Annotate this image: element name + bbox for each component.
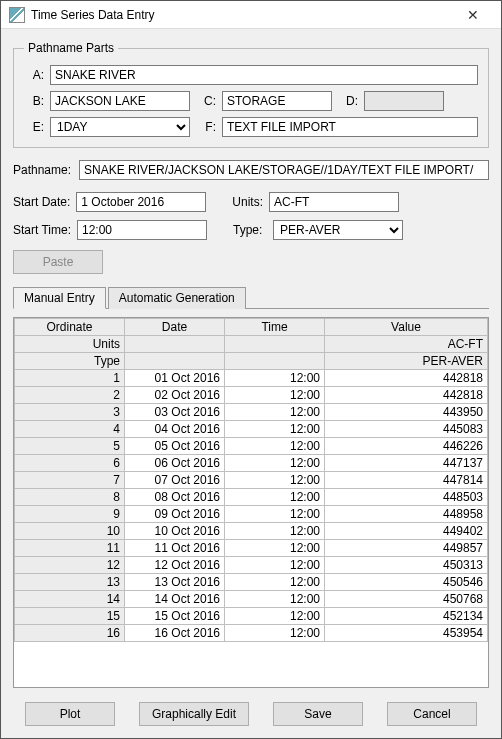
table-row[interactable]: 404 Oct 201612:00445083 bbox=[15, 421, 488, 438]
cell-time[interactable]: 12:00 bbox=[225, 404, 325, 421]
cell-ordinate: 6 bbox=[15, 455, 125, 472]
cell-value[interactable]: 442818 bbox=[325, 387, 488, 404]
cell-value[interactable]: 446226 bbox=[325, 438, 488, 455]
close-icon[interactable]: ✕ bbox=[453, 1, 493, 28]
label-e: E: bbox=[24, 120, 44, 134]
cell-date[interactable]: 13 Oct 2016 bbox=[125, 574, 225, 591]
graphically-edit-button[interactable]: Graphically Edit bbox=[139, 702, 249, 726]
type-select[interactable]: PER-AVER bbox=[273, 220, 403, 240]
cancel-button[interactable]: Cancel bbox=[387, 702, 477, 726]
cell-date[interactable]: 04 Oct 2016 bbox=[125, 421, 225, 438]
cell-date[interactable]: 11 Oct 2016 bbox=[125, 540, 225, 557]
start-date-label: Start Date: bbox=[13, 195, 70, 209]
table-row[interactable]: 1313 Oct 201612:00450546 bbox=[15, 574, 488, 591]
cell-value[interactable]: 449402 bbox=[325, 523, 488, 540]
cell-date[interactable]: 12 Oct 2016 bbox=[125, 557, 225, 574]
cell-time[interactable]: 12:00 bbox=[225, 557, 325, 574]
save-button[interactable]: Save bbox=[273, 702, 363, 726]
cell-date[interactable]: 09 Oct 2016 bbox=[125, 506, 225, 523]
part-a-input[interactable] bbox=[50, 65, 478, 85]
table-row[interactable]: 1515 Oct 201612:00452134 bbox=[15, 608, 488, 625]
app-icon bbox=[9, 7, 25, 23]
cell-time[interactable]: 12:00 bbox=[225, 421, 325, 438]
meta-value: AC-FT bbox=[325, 336, 488, 353]
cell-ordinate: 14 bbox=[15, 591, 125, 608]
cell-ordinate: 15 bbox=[15, 608, 125, 625]
cell-time[interactable]: 12:00 bbox=[225, 489, 325, 506]
cell-time[interactable]: 12:00 bbox=[225, 387, 325, 404]
col-value: Value bbox=[325, 319, 488, 336]
cell-value[interactable]: 448958 bbox=[325, 506, 488, 523]
table-row[interactable]: 505 Oct 201612:00446226 bbox=[15, 438, 488, 455]
cell-date[interactable]: 15 Oct 2016 bbox=[125, 608, 225, 625]
cell-date[interactable]: 02 Oct 2016 bbox=[125, 387, 225, 404]
cell-value[interactable]: 445083 bbox=[325, 421, 488, 438]
cell-value[interactable]: 453954 bbox=[325, 625, 488, 642]
cell-date[interactable]: 06 Oct 2016 bbox=[125, 455, 225, 472]
pathname-input[interactable] bbox=[79, 160, 489, 180]
cell-value[interactable]: 448503 bbox=[325, 489, 488, 506]
cell-time[interactable]: 12:00 bbox=[225, 370, 325, 387]
table-row[interactable]: 1212 Oct 201612:00450313 bbox=[15, 557, 488, 574]
cell-date[interactable]: 05 Oct 2016 bbox=[125, 438, 225, 455]
part-f-input[interactable] bbox=[222, 117, 478, 137]
col-date: Date bbox=[125, 319, 225, 336]
cell-time[interactable]: 12:00 bbox=[225, 455, 325, 472]
table-row[interactable]: 1010 Oct 201612:00449402 bbox=[15, 523, 488, 540]
pathname-parts-group: Pathname Parts A: B: C: D: E: 1DAY F: bbox=[13, 41, 489, 148]
part-e-select[interactable]: 1DAY bbox=[50, 117, 190, 137]
cell-time[interactable]: 12:00 bbox=[225, 625, 325, 642]
label-f: F: bbox=[196, 120, 216, 134]
cell-value[interactable]: 450546 bbox=[325, 574, 488, 591]
table-row[interactable]: 1616 Oct 201612:00453954 bbox=[15, 625, 488, 642]
table-row[interactable]: 606 Oct 201612:00447137 bbox=[15, 455, 488, 472]
cell-time[interactable]: 12:00 bbox=[225, 472, 325, 489]
cell-time[interactable]: 12:00 bbox=[225, 523, 325, 540]
cell-date[interactable]: 03 Oct 2016 bbox=[125, 404, 225, 421]
cell-time[interactable]: 12:00 bbox=[225, 540, 325, 557]
plot-button[interactable]: Plot bbox=[25, 702, 115, 726]
units-input[interactable] bbox=[269, 192, 399, 212]
cell-date[interactable]: 16 Oct 2016 bbox=[125, 625, 225, 642]
cell-date[interactable]: 14 Oct 2016 bbox=[125, 591, 225, 608]
start-date-input[interactable] bbox=[76, 192, 206, 212]
footer-buttons: Plot Graphically Edit Save Cancel bbox=[13, 696, 489, 726]
data-grid-scroll[interactable]: Ordinate Date Time Value UnitsAC-FTTypeP… bbox=[14, 318, 488, 687]
table-row[interactable]: 1111 Oct 201612:00449857 bbox=[15, 540, 488, 557]
table-row[interactable]: 202 Oct 201612:00442818 bbox=[15, 387, 488, 404]
cell-value[interactable]: 450768 bbox=[325, 591, 488, 608]
start-time-input[interactable] bbox=[77, 220, 207, 240]
table-row[interactable]: 101 Oct 201612:00442818 bbox=[15, 370, 488, 387]
table-row[interactable]: 707 Oct 201612:00447814 bbox=[15, 472, 488, 489]
cell-value[interactable]: 442818 bbox=[325, 370, 488, 387]
table-row[interactable]: 909 Oct 201612:00448958 bbox=[15, 506, 488, 523]
cell-time[interactable]: 12:00 bbox=[225, 438, 325, 455]
table-row[interactable]: 808 Oct 201612:00448503 bbox=[15, 489, 488, 506]
cell-value[interactable]: 452134 bbox=[325, 608, 488, 625]
cell-time[interactable]: 12:00 bbox=[225, 608, 325, 625]
cell-date[interactable]: 08 Oct 2016 bbox=[125, 489, 225, 506]
cell-value[interactable]: 449857 bbox=[325, 540, 488, 557]
cell-time[interactable]: 12:00 bbox=[225, 574, 325, 591]
part-c-input[interactable] bbox=[222, 91, 332, 111]
tab-automatic-generation[interactable]: Automatic Generation bbox=[108, 287, 246, 309]
start-time-label: Start Time: bbox=[13, 223, 71, 237]
cell-date[interactable]: 07 Oct 2016 bbox=[125, 472, 225, 489]
table-row[interactable]: 1414 Oct 201612:00450768 bbox=[15, 591, 488, 608]
cell-value[interactable]: 443950 bbox=[325, 404, 488, 421]
cell-ordinate: 4 bbox=[15, 421, 125, 438]
table-row[interactable]: 303 Oct 201612:00443950 bbox=[15, 404, 488, 421]
cell-value[interactable]: 447137 bbox=[325, 455, 488, 472]
pathname-parts-legend: Pathname Parts bbox=[24, 41, 118, 55]
tab-manual-entry[interactable]: Manual Entry bbox=[13, 287, 106, 309]
cell-time[interactable]: 12:00 bbox=[225, 506, 325, 523]
cell-value[interactable]: 447814 bbox=[325, 472, 488, 489]
grid-meta-row: TypePER-AVER bbox=[15, 353, 488, 370]
cell-value[interactable]: 450313 bbox=[325, 557, 488, 574]
cell-date[interactable]: 10 Oct 2016 bbox=[125, 523, 225, 540]
label-b: B: bbox=[24, 94, 44, 108]
cell-time[interactable]: 12:00 bbox=[225, 591, 325, 608]
data-grid: Ordinate Date Time Value UnitsAC-FTTypeP… bbox=[13, 317, 489, 688]
part-b-input[interactable] bbox=[50, 91, 190, 111]
cell-date[interactable]: 01 Oct 2016 bbox=[125, 370, 225, 387]
